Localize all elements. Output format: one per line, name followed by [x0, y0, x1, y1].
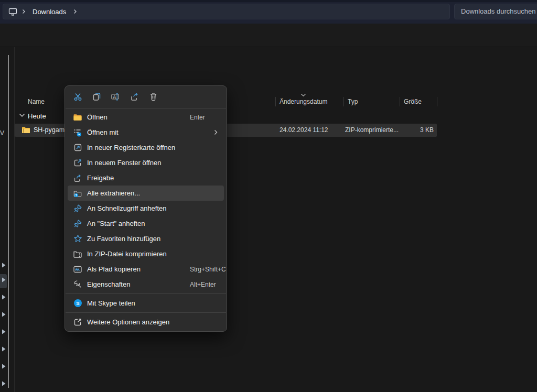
- new-tab-icon: [73, 143, 82, 153]
- column-divider[interactable]: [275, 97, 276, 106]
- menu-item-label: Freigabe: [87, 174, 114, 182]
- sort-direction-icon: [300, 93, 306, 97]
- menu-shortcut: Strg+Shift+C: [190, 266, 226, 273]
- svg-text:A: A: [113, 94, 116, 99]
- svg-text:S: S: [76, 300, 79, 306]
- menu-item-open-new-window[interactable]: In neuem Fenster öffnen: [68, 155, 224, 170]
- context-menu-quick-actions: A: [65, 86, 227, 107]
- menu-item-label: In neuem Fenster öffnen: [87, 159, 161, 167]
- menu-item-label: Zu Favoriten hinzufügen: [87, 235, 160, 243]
- tree-chevron-icon[interactable]: [1, 363, 6, 369]
- menu-item-label: An "Start" anheften: [87, 220, 145, 227]
- menu-item-open-new-tab[interactable]: In neuer Registerkarte öffnen: [68, 140, 224, 155]
- menu-item-share-skype[interactable]: S Mit Skype teilen: [68, 296, 224, 311]
- search-input[interactable]: Downloads durchsuchen: [454, 4, 537, 19]
- zip-folder-icon: [22, 126, 30, 134]
- share-icon[interactable]: [130, 92, 139, 102]
- pin-icon: [73, 219, 82, 228]
- menu-divider: [66, 293, 226, 294]
- menu-item-show-more-options[interactable]: Weitere Optionen anzeigen: [68, 314, 224, 330]
- menu-item-open[interactable]: Öffnen Enter: [68, 110, 224, 125]
- menu-item-label: Eigenschaften: [87, 280, 130, 288]
- menu-item-open-with[interactable]: Öffnen mit: [68, 125, 224, 140]
- column-divider[interactable]: [400, 97, 400, 106]
- column-header-name[interactable]: Name: [28, 98, 45, 105]
- navigation-pane-edge: V: [0, 47, 15, 392]
- show-more-icon: [73, 318, 82, 327]
- menu-item-label: An Schnellzugriff anheften: [87, 204, 167, 212]
- menu-shortcut: Enter: [190, 114, 205, 121]
- share-icon: [73, 173, 82, 183]
- file-date: 24.02.2024 11:12: [280, 126, 328, 134]
- tree-chevron-icon[interactable]: [1, 262, 6, 268]
- column-header-date[interactable]: Änderungsdatum: [280, 98, 327, 105]
- menu-item-pin-start[interactable]: An "Start" anheften: [68, 216, 224, 231]
- menu-item-label: Alle extrahieren...: [87, 189, 140, 197]
- menu-item-label: In neuer Registerkarte öffnen: [87, 144, 175, 151]
- tree-chevron-icon[interactable]: [1, 294, 6, 300]
- menu-item-copy-as-path[interactable]: Als Pfad kopieren Strg+Shift+C: [68, 262, 224, 277]
- nav-label-fragment: V: [0, 129, 4, 137]
- new-window-icon: [73, 158, 82, 168]
- menu-item-add-favorites[interactable]: Zu Favoriten hinzufügen: [68, 231, 224, 246]
- title-bar: Downloads Downloads durchsuchen: [0, 0, 537, 24]
- rename-icon[interactable]: A: [111, 92, 121, 102]
- menu-item-label: In ZIP-Datei komprimieren: [87, 250, 167, 258]
- copy-path-icon: [73, 265, 82, 274]
- wrench-icon: [73, 280, 82, 289]
- menu-divider: [66, 312, 226, 313]
- extract-all-icon: [73, 189, 82, 198]
- tree-chevron-icon[interactable]: [1, 346, 6, 352]
- breadcrumb-downloads[interactable]: Downloads: [29, 7, 69, 17]
- group-header-today[interactable]: Heute: [28, 112, 46, 120]
- address-bar[interactable]: Downloads: [3, 4, 450, 19]
- menu-item-label: Mit Skype teilen: [87, 299, 135, 307]
- menu-item-label: Öffnen mit: [87, 128, 119, 136]
- submenu-chevron-icon: [214, 129, 218, 135]
- tree-chevron-icon[interactable]: [1, 277, 6, 283]
- menu-item-properties[interactable]: Eigenschaften Alt+Enter: [68, 277, 224, 292]
- tree-chevron-icon[interactable]: [1, 380, 6, 387]
- command-toolbar: A Sort: [0, 24, 537, 47]
- delete-icon[interactable]: [148, 92, 158, 102]
- open-with-icon: [73, 128, 82, 137]
- menu-item-pin-quick-access[interactable]: An Schnellzugriff anheften: [68, 201, 224, 216]
- file-explorer-window: Downloads Downloads durchsuchen A: [0, 0, 537, 392]
- file-size: 3 KB: [382, 126, 434, 134]
- column-divider[interactable]: [437, 97, 437, 106]
- chevron-right-icon: [22, 9, 26, 14]
- column-divider[interactable]: [343, 97, 344, 106]
- nav-scrollbar[interactable]: [8, 55, 9, 388]
- skype-icon: S: [73, 299, 82, 308]
- column-header-type[interactable]: Typ: [348, 98, 358, 105]
- tree-chevron-icon[interactable]: [1, 329, 6, 335]
- copy-icon[interactable]: [92, 92, 102, 102]
- menu-item-share[interactable]: Freigabe: [68, 170, 224, 186]
- group-collapse-icon[interactable]: [19, 113, 25, 117]
- tree-chevron-icon[interactable]: [1, 311, 6, 318]
- context-menu: A: [65, 85, 227, 332]
- menu-item-compress-zip[interactable]: In ZIP-Datei komprimieren: [68, 246, 224, 262]
- menu-item-label: Weitere Optionen anzeigen: [87, 318, 169, 326]
- menu-divider: [66, 108, 226, 108]
- folder-open-icon: [73, 113, 82, 122]
- menu-item-extract-all[interactable]: Alle extrahieren...: [68, 186, 224, 201]
- column-header-size[interactable]: Größe: [404, 98, 422, 105]
- cut-icon[interactable]: [73, 92, 83, 102]
- monitor-icon[interactable]: [8, 7, 18, 17]
- zip-compress-icon: [73, 249, 82, 259]
- star-icon: [73, 234, 82, 244]
- menu-shortcut: Alt+Enter: [190, 281, 216, 288]
- menu-item-label: Öffnen: [87, 113, 108, 121]
- chevron-right-icon[interactable]: [73, 9, 77, 14]
- menu-item-label: Als Pfad kopieren: [87, 265, 141, 273]
- pin-icon: [73, 204, 82, 213]
